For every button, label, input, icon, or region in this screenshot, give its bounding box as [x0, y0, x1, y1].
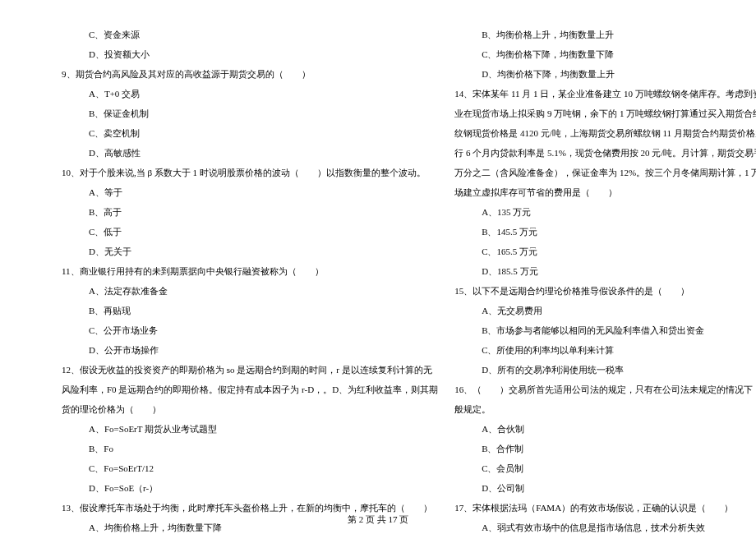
- option: B、市场参与者能够以相同的无风险利率借入和贷出资金: [454, 320, 756, 340]
- option: A、无交易费用: [454, 301, 756, 320]
- question-stem: 万分之二（含风险准备金），保证金率为 12%。按三个月冬储周期计算，1 万吨钢材…: [454, 163, 756, 182]
- option: C、Fo=SoErT/12: [62, 458, 438, 478]
- question-stem: 行 6 个月内贷款利率是 5.1%，现货仓储费用按 20 元/吨。月计算，期货交…: [454, 143, 756, 163]
- option: D、185.5 万元: [454, 261, 756, 281]
- option: C、会员制: [454, 458, 756, 478]
- question-stem: 11、商业银行用持有的未到期票据向中央银行融资被称为（ ）: [62, 261, 438, 281]
- option: C、低于: [62, 222, 438, 242]
- option: B、再贴现: [62, 301, 438, 320]
- option: B、保证金机制: [62, 104, 438, 123]
- option: D、公司制: [454, 478, 756, 498]
- option: D、无关于: [62, 242, 438, 261]
- option: D、Fo=SoE（r-）: [62, 478, 438, 498]
- right-column: B、均衡价格上升，均衡数量上升 C、均衡价格下降，均衡数量下降 D、均衡价格下降…: [454, 25, 756, 493]
- question-stem: 纹钢现货价格是 4120 元/吨，上海期货交易所螺纹钢 11 月期货合约期货价格…: [454, 123, 756, 143]
- option: B、Fo: [62, 439, 438, 458]
- option: B、高于: [62, 202, 438, 222]
- option: C、所使用的利率均以单利来计算: [454, 340, 756, 360]
- question-stem: 12、假设无收益的投资资产的即期价格为 so 是远期合约到期的时间，r 是以连续…: [62, 360, 438, 380]
- question-stem: 风险利率，F0 是远期合约的即期价格。假定持有成本因子为 r-D，。D、为红利收…: [62, 380, 438, 399]
- question-stem: 16、（ ）交易所首先适用公司法的规定，只有在公司法未规定的情况下，才适用民法的…: [454, 380, 756, 399]
- option: B、合作制: [454, 439, 756, 458]
- option: D、高敏感性: [62, 143, 438, 163]
- question-stem: 场建立虚拟库存可节省的费用是（ ）: [454, 182, 756, 202]
- left-column: C、资金来源 D、投资额大小 9、期货合约高风险及其对应的高收益源于期货交易的（…: [16, 25, 454, 493]
- option: A、Fo=SoErT 期货从业考试题型: [62, 419, 438, 439]
- question-stem: 14、宋体某年 11 月 1 日，某企业准备建立 10 万吨螺纹钢冬储库存。考虑…: [454, 84, 756, 104]
- option: A、等于: [62, 182, 438, 202]
- option: B、145.5 万元: [454, 222, 756, 242]
- option: A、合伙制: [454, 419, 756, 439]
- option: A、135 万元: [454, 202, 756, 222]
- exam-page: C、资金来源 D、投资额大小 9、期货合约高风险及其对应的高收益源于期货交易的（…: [0, 0, 756, 509]
- question-stem: 10、对于个股来说,当 β 系数大于 1 时说明股票价格的波动（ ）以指数衡量的…: [62, 163, 438, 182]
- option: C、公开市场业务: [62, 320, 438, 340]
- question-stem: 货的理论价格为（ ）: [62, 399, 438, 419]
- option: C、卖空机制: [62, 123, 438, 143]
- option: D、均衡价格下降，均衡数量上升: [454, 64, 756, 84]
- option: C、165.5 万元: [454, 242, 756, 261]
- option: C、均衡价格下降，均衡数量下降: [454, 44, 756, 64]
- option: A、T+0 交易: [62, 84, 438, 104]
- page-footer: 第 2 页 共 17 页: [0, 513, 756, 526]
- option: C、资金来源: [62, 25, 438, 44]
- option: D、公开市场操作: [62, 340, 438, 360]
- option: A、法定存款准备金: [62, 281, 438, 301]
- option: B、均衡价格上升，均衡数量上升: [454, 25, 756, 44]
- option: D、所有的交易净利润使用统一税率: [454, 360, 756, 380]
- question-stem: 15、以下不是远期合约理论价格推导假设条件的是（ ）: [454, 281, 756, 301]
- option: D、投资额大小: [62, 44, 438, 64]
- question-stem: 9、期货合约高风险及其对应的高收益源于期货交易的（ ）: [62, 64, 438, 84]
- question-stem: 业在现货市场上拟采购 9 万吨钢，余下的 1 万吨螺纹钢打算通过买入期货合约来获…: [454, 104, 756, 123]
- question-stem: 般规定。: [454, 399, 756, 419]
